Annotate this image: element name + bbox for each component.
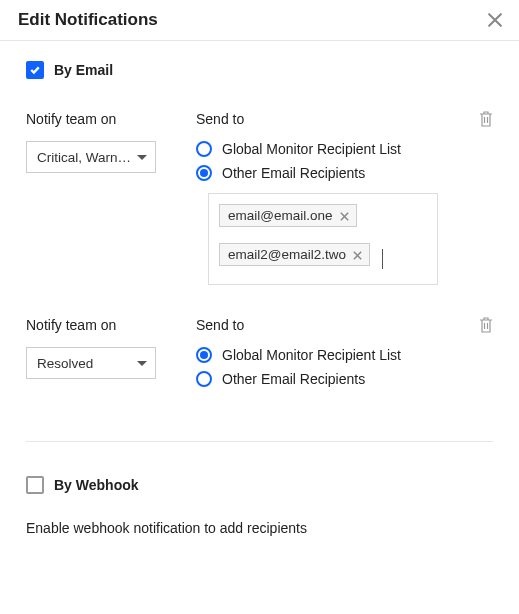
radio-other-2-label: Other Email Recipients [222, 371, 365, 387]
notify-select-value-2: Resolved [37, 356, 93, 371]
email-tag: email@email.one [219, 204, 357, 227]
dialog-title: Edit Notifications [18, 10, 158, 30]
email-tags-box[interactable]: email@email.one email2@email2.two [208, 193, 438, 285]
radio-other-1[interactable]: Other Email Recipients [196, 165, 493, 181]
radio-other-2[interactable]: Other Email Recipients [196, 371, 493, 387]
delete-section-1-icon[interactable] [479, 111, 493, 127]
notify-col-left-1: Notify team on Critical, Warn… [26, 111, 166, 285]
notify-select-value-1: Critical, Warn… [37, 150, 131, 165]
email-tag-text: email@email.one [228, 208, 333, 223]
notify-col-left-2: Notify team on Resolved [26, 317, 166, 395]
send-col-1: Send to Global Monitor Recipient List Ot… [196, 111, 493, 285]
notify-team-label-1: Notify team on [26, 111, 166, 127]
by-email-label: By Email [54, 62, 113, 78]
radio-global-2-label: Global Monitor Recipient List [222, 347, 401, 363]
radio-other-1-input[interactable] [196, 165, 212, 181]
dialog-body: By Email Notify team on Critical, Warn… … [0, 41, 519, 562]
section-divider [26, 441, 493, 442]
dialog-header: Edit Notifications [0, 0, 519, 41]
radio-other-2-input[interactable] [196, 371, 212, 387]
radio-global-1-label: Global Monitor Recipient List [222, 141, 401, 157]
notify-select-2[interactable]: Resolved [26, 347, 156, 379]
by-email-checkbox[interactable] [26, 61, 44, 79]
by-webhook-label: By Webhook [54, 477, 139, 493]
radio-other-1-label: Other Email Recipients [222, 165, 365, 181]
tag-input-cursor [382, 249, 383, 269]
radio-global-2-input[interactable] [196, 347, 212, 363]
radio-global-1-input[interactable] [196, 141, 212, 157]
chevron-down-icon [137, 361, 147, 366]
notify-team-label-2: Notify team on [26, 317, 166, 333]
chevron-down-icon [137, 155, 147, 160]
email-tag: email2@email2.two [219, 243, 370, 266]
remove-tag-icon[interactable] [352, 249, 363, 260]
by-webhook-row[interactable]: By Webhook [26, 476, 493, 494]
send-col-2: Send to Global Monitor Recipient List Ot… [196, 317, 493, 395]
send-to-label-2: Send to [196, 317, 493, 333]
radio-global-1[interactable]: Global Monitor Recipient List [196, 141, 493, 157]
remove-tag-icon[interactable] [339, 210, 350, 221]
webhook-hint: Enable webhook notification to add recip… [26, 520, 493, 536]
by-webhook-checkbox[interactable] [26, 476, 44, 494]
close-icon[interactable] [485, 10, 505, 30]
send-to-label-1: Send to [196, 111, 493, 127]
notify-section-2: Notify team on Resolved Send to Global M… [26, 317, 493, 395]
by-email-row[interactable]: By Email [26, 61, 493, 79]
notify-select-1[interactable]: Critical, Warn… [26, 141, 156, 173]
delete-section-2-icon[interactable] [479, 317, 493, 333]
notify-section-1: Notify team on Critical, Warn… Send to G… [26, 111, 493, 285]
radio-global-2[interactable]: Global Monitor Recipient List [196, 347, 493, 363]
email-tag-text: email2@email2.two [228, 247, 346, 262]
